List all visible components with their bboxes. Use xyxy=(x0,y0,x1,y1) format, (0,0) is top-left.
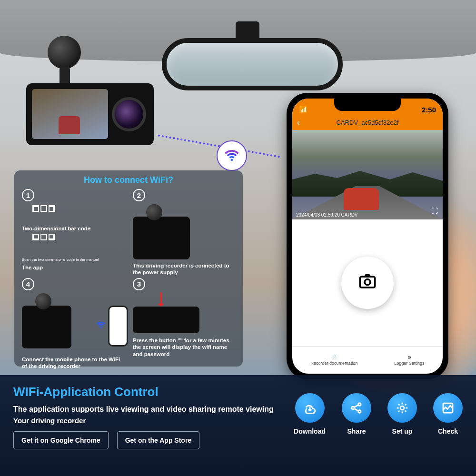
step-1-number: 1 xyxy=(22,189,34,201)
device-name: CARDV_ac5d5cf32e2f xyxy=(337,119,399,126)
panel-title: How to connect WiFi? xyxy=(22,175,235,185)
feature-icons: Download Share Set up Check xyxy=(294,393,463,435)
svg-point-7 xyxy=(400,406,404,410)
feature-download[interactable]: Download xyxy=(294,393,326,435)
feature-share[interactable]: Share xyxy=(342,393,371,435)
dashcam-lens xyxy=(112,97,146,131)
footer-bar: WIFi-Application Control The application… xyxy=(0,375,476,476)
gear-icon: ⚙ xyxy=(407,355,411,360)
step-4-number: 4 xyxy=(22,278,34,290)
download-icon xyxy=(295,393,325,423)
step-1-sub-a: Scan the two-dimensional code in the man… xyxy=(22,258,124,262)
shutter-area xyxy=(292,219,443,346)
setup-label: Set up xyxy=(392,427,413,435)
expand-icon[interactable]: ⛶ xyxy=(431,207,438,215)
live-view[interactable]: 2024/04/03 02:50:20 CARDV ⛶ xyxy=(292,130,443,219)
step-1: 1 Two-dimensional bar code Scan the two-… xyxy=(22,189,124,276)
check-icon xyxy=(433,393,463,423)
step-2: 2 This driving recorder is connected to … xyxy=(133,189,235,276)
step-3-image xyxy=(133,307,199,333)
dashcam-mount xyxy=(48,36,81,69)
mini-wifi-icon xyxy=(96,320,106,333)
tab-settings[interactable]: ⚙ Logger Settings xyxy=(394,355,424,366)
signal-icon: 📶 xyxy=(299,105,308,114)
check-label: Check xyxy=(438,427,458,435)
step-2-number: 2 xyxy=(133,189,145,201)
step-4-caption: Connect the mobile phone to the WiFi of … xyxy=(22,356,124,370)
tab-2-label: Logger Settings xyxy=(394,361,424,366)
step-3-caption: Press the button "" for a few minutes th… xyxy=(133,337,235,357)
dashcam-screen xyxy=(32,89,108,139)
app-bar: ‹ CARDV_ac5d5cf32e2f xyxy=(292,115,443,130)
back-button[interactable]: ‹ xyxy=(297,118,300,128)
svg-point-4 xyxy=(352,407,355,409)
step-4: 4 Connect the mobile phone to the WiFi o… xyxy=(22,278,124,370)
tab-documentation[interactable]: 📄 Recorder documentation xyxy=(311,355,358,366)
step-3-number: 3 xyxy=(133,278,145,290)
instruction-panel: How to connect WiFi? 1 Two-dimensional b… xyxy=(14,170,243,367)
qr-icon xyxy=(32,205,71,224)
phone-screen: 📶 2:50 ‹ CARDV_ac5d5cf32e2f 2024/04/03 0… xyxy=(292,99,443,374)
svg-point-1 xyxy=(100,327,102,328)
svg-rect-2 xyxy=(360,277,375,288)
step-2-image xyxy=(133,217,190,259)
shutter-button[interactable] xyxy=(341,257,394,309)
svg-point-0 xyxy=(231,159,233,161)
live-timestamp: 2024/04/03 02:50:20 CARDV xyxy=(296,212,358,218)
rearview-mirror xyxy=(162,38,343,90)
svg-point-6 xyxy=(358,410,361,413)
step-1-caption: Two-dimensional bar code xyxy=(22,225,124,232)
wifi-icon xyxy=(217,140,247,171)
step-4-image xyxy=(22,306,71,348)
phone-notch xyxy=(334,99,401,111)
feature-setup[interactable]: Set up xyxy=(387,393,417,435)
camera-icon xyxy=(357,271,377,295)
qr-icon-2 xyxy=(32,234,71,253)
tab-1-label: Recorder documentation xyxy=(311,361,358,366)
feature-check[interactable]: Check xyxy=(433,393,463,435)
share-label: Share xyxy=(347,427,366,435)
bottom-tabs: 📄 Recorder documentation ⚙ Logger Settin… xyxy=(292,346,443,374)
share-icon xyxy=(342,393,371,423)
svg-point-3 xyxy=(365,279,370,285)
status-time: 2:50 xyxy=(422,106,436,114)
svg-point-5 xyxy=(358,403,361,406)
step-3: 3 Press the button "" for a few minutes … xyxy=(133,278,235,370)
step-1-sub-b: The app xyxy=(22,264,124,271)
mini-phone-icon xyxy=(108,306,128,347)
app-store-button[interactable]: Get on the App Store xyxy=(117,431,199,449)
step-2-caption: This driving recorder is connected to th… xyxy=(133,262,235,276)
live-car xyxy=(344,188,379,210)
chrome-store-button[interactable]: Get it on Google Chrome xyxy=(13,431,109,449)
download-label: Download xyxy=(294,427,326,435)
setup-icon xyxy=(387,393,417,423)
dashcam-device xyxy=(26,83,154,145)
document-icon: 📄 xyxy=(331,355,337,360)
phone-mockup: 📶 2:50 ‹ CARDV_ac5d5cf32e2f 2024/04/03 0… xyxy=(287,93,448,379)
